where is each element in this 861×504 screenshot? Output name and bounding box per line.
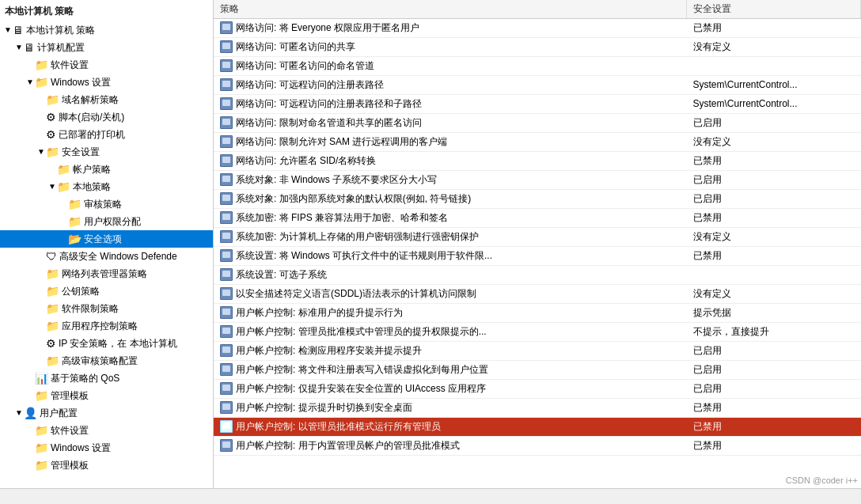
sidebar-item-security-options[interactable]: ▶📂安全选项 xyxy=(0,230,213,248)
folder-icon: 📁 xyxy=(57,180,70,194)
table-row[interactable]: 系统设置: 将 Windows 可执行文件中的证书规则用于软件限...已禁用 xyxy=(214,247,861,266)
sidebar-item-advanced-audit[interactable]: ▶📁高级审核策略配置 xyxy=(0,352,213,369)
folder-icon: 📁 xyxy=(35,458,48,472)
sidebar-item-label: 域名解析策略 xyxy=(62,93,119,107)
sidebar-item-label: 安全选项 xyxy=(84,232,122,246)
sidebar-item-public-key[interactable]: ▶📁公钥策略 xyxy=(0,282,213,300)
table-row[interactable]: 系统设置: 可选子系统 xyxy=(214,266,861,285)
sidebar-item-label: 计算机配置 xyxy=(37,40,85,55)
sidebar-item-security-settings[interactable]: ▼📁安全设置 xyxy=(0,143,213,161)
policy-name-cell: 用户帐户控制: 检测应用程序安装并提示提升 xyxy=(214,342,687,361)
policy-icon xyxy=(220,325,233,338)
policy-icon xyxy=(220,211,233,224)
policy-name-cell: 网络访问: 允许匿名 SID/名称转换 xyxy=(214,152,687,171)
sidebar-item-user-config[interactable]: ▼👤用户配置 xyxy=(0,404,213,422)
sidebar-item-computer-config[interactable]: ▼🖥计算机配置 xyxy=(0,39,213,56)
sidebar-item-root[interactable]: ▼🖥本地计算机 策略 xyxy=(0,21,213,39)
sidebar-item-domain-policy[interactable]: ▶📁域名解析策略 xyxy=(0,91,213,108)
policy-setting-cell: 已启用 xyxy=(687,380,861,399)
table-row[interactable]: 网络访问: 可远程访问的注册表路径System\CurrentControl..… xyxy=(214,76,861,95)
sidebar-item-label: 网络列表管理器策略 xyxy=(62,267,147,281)
table-row[interactable]: 用户帐户控制: 检测应用程序安装并提示提升已启用 xyxy=(214,342,861,361)
table-row[interactable]: 用户帐户控制: 将文件和注册表写入错误虚拟化到每用户位置已启用 xyxy=(214,361,861,380)
sidebar-item-printers[interactable]: ▶⚙已部署的打印机 xyxy=(0,126,213,143)
table-row[interactable]: 网络访问: 可远程访问的注册表路径和子路径System\CurrentContr… xyxy=(214,95,861,114)
sidebar-item-software-settings[interactable]: ▶📁软件设置 xyxy=(0,56,213,74)
tree-expand-arrow[interactable]: ▼ xyxy=(25,75,35,89)
table-row[interactable]: 用户帐户控制: 仅提升安装在安全位置的 UIAccess 应用程序已启用 xyxy=(214,380,861,399)
sidebar-item-account-policy[interactable]: ▶📁帐户策略 xyxy=(0,161,213,178)
sidebar-item-label: 帐户策略 xyxy=(73,162,111,176)
policy-name-cell: 用户帐户控制: 将文件和注册表写入错误虚拟化到每用户位置 xyxy=(214,361,687,380)
gear-icon: ⚙ xyxy=(46,336,56,351)
sidebar-item-windows-settings[interactable]: ▼📁Windows 设置 xyxy=(0,74,213,91)
right-policy-panel: 策略 安全设置 网络访问: 将 Everyone 权限应用于匿名用户已禁用网络访… xyxy=(214,0,861,488)
sidebar-item-ip-security[interactable]: ▶⚙IP 安全策略，在 本地计算机 xyxy=(0,335,213,352)
table-row[interactable]: 网络访问: 将 Everyone 权限应用于匿名用户已禁用 xyxy=(214,19,861,38)
table-row[interactable]: 系统加密: 为计算机上存储的用户密钥强制进行强密钥保护没有定义 xyxy=(214,228,861,247)
sidebar-item-network-list[interactable]: ▶📁网络列表管理器策略 xyxy=(0,265,213,282)
sidebar-item-label: 审核策略 xyxy=(84,197,122,211)
sidebar-item-local-policy[interactable]: ▼📁本地策略 xyxy=(0,178,213,195)
table-row[interactable]: 网络访问: 可匿名访问的共享没有定义 xyxy=(214,38,861,57)
tree-expand-arrow[interactable]: ▼ xyxy=(14,40,24,55)
sidebar-item-user-software[interactable]: ▶📁软件设置 xyxy=(0,422,213,439)
sidebar-item-scripts[interactable]: ▶⚙脚本(启动/关机) xyxy=(0,108,213,126)
sidebar-item-user-admin[interactable]: ▶📁管理模板 xyxy=(0,457,213,474)
folder-icon: 📁 xyxy=(46,301,59,316)
table-row[interactable]: 用户帐户控制: 提示提升时切换到安全桌面已禁用 xyxy=(214,399,861,418)
folder-icon: 📁 xyxy=(68,214,82,229)
table-row[interactable]: 系统加密: 将 FIPS 兼容算法用于加密、哈希和签名已禁用 xyxy=(214,209,861,228)
table-row[interactable]: 用户帐户控制: 用于内置管理员帐户的管理员批准模式已禁用 xyxy=(214,437,861,456)
policy-setting-cell xyxy=(687,266,861,285)
policy-setting-cell: 已启用 xyxy=(687,171,861,190)
policy-setting-cell: 已禁用 xyxy=(687,437,861,456)
table-row[interactable]: 用户帐户控制: 以管理员批准模式运行所有管理员已禁用 xyxy=(214,418,861,437)
sidebar-item-qos[interactable]: ▶📊基于策略的 QoS xyxy=(0,369,213,387)
table-row[interactable]: 以安全描述符定义语言(SDDL)语法表示的计算机访问限制没有定义 xyxy=(214,285,861,304)
left-tree-panel[interactable]: 本地计算机 策略 ▼🖥本地计算机 策略 ▼🖥计算机配置 ▶📁软件设置 ▼📁Win… xyxy=(0,0,214,488)
table-row[interactable]: 网络访问: 允许匿名 SID/名称转换已禁用 xyxy=(214,152,861,171)
sidebar-item-applocker[interactable]: ▶📁应用程序控制策略 xyxy=(0,317,213,335)
policy-icon xyxy=(220,363,233,376)
policy-name-cell: 系统加密: 将 FIPS 兼容算法用于加密、哈希和签名 xyxy=(214,209,687,228)
table-row[interactable]: 用户帐户控制: 标准用户的提升提示行为提示凭据 xyxy=(214,304,861,323)
policy-setting-cell: 已启用 xyxy=(687,361,861,380)
sidebar-item-advanced-security[interactable]: ▶🛡高级安全 Windows Defende xyxy=(0,248,213,265)
policy-name-cell: 用户帐户控制: 标准用户的提升提示行为 xyxy=(214,304,687,323)
policy-name-cell: 用户帐户控制: 以管理员批准模式运行所有管理员 xyxy=(214,418,687,437)
tree-expand-arrow[interactable]: ▼ xyxy=(47,180,57,194)
table-row[interactable]: 网络访问: 限制允许对 SAM 进行远程调用的客户端没有定义 xyxy=(214,133,861,152)
table-row[interactable]: 网络访问: 可匿名访问的命名管道 xyxy=(214,57,861,76)
table-row[interactable]: 系统对象: 非 Windows 子系统不要求区分大小写已启用 xyxy=(214,171,861,190)
tree-expand-arrow[interactable]: ▼ xyxy=(3,23,13,37)
tree-expand-arrow[interactable]: ▼ xyxy=(14,406,24,420)
policy-name-cell: 系统对象: 非 Windows 子系统不要求区分大小写 xyxy=(214,171,687,190)
sidebar-item-label: 软件设置 xyxy=(51,423,89,438)
table-row[interactable]: 系统对象: 加强内部系统对象的默认权限(例如, 符号链接)已启用 xyxy=(214,190,861,209)
table-row[interactable]: 网络访问: 限制对命名管道和共享的匿名访问已启用 xyxy=(214,114,861,133)
computer-icon: 🖥 xyxy=(24,40,35,55)
tree-expand-arrow[interactable]: ▼ xyxy=(36,145,46,159)
folder-icon: 📁 xyxy=(35,423,48,438)
policy-icon xyxy=(220,21,233,34)
computer-icon: 🖥 xyxy=(13,23,24,37)
sidebar-item-user-rights[interactable]: ▶📁用户权限分配 xyxy=(0,213,213,230)
policy-icon xyxy=(220,268,233,281)
folder-icon: 📁 xyxy=(46,145,59,159)
col-policy: 策略 xyxy=(214,0,687,19)
sidebar-item-user-windows[interactable]: ▶📁Windows 设置 xyxy=(0,439,213,457)
folder-icon: 📁 xyxy=(46,354,59,368)
sidebar-item-label: 脚本(启动/关机) xyxy=(59,110,124,124)
policy-setting-cell: 已启用 xyxy=(687,342,861,361)
sidebar-item-audit-policy[interactable]: ▶📁审核策略 xyxy=(0,195,213,213)
policy-icon xyxy=(220,135,233,148)
chart-icon: 📊 xyxy=(35,371,48,385)
folder-icon: 📁 xyxy=(35,441,48,455)
sidebar-item-admin-templates[interactable]: ▶📁管理模板 xyxy=(0,387,213,404)
policy-icon xyxy=(220,287,233,300)
table-row[interactable]: 用户帐户控制: 管理员批准模式中管理员的提升权限提示的...不提示，直接提升 xyxy=(214,323,861,342)
policy-setting-cell: 已禁用 xyxy=(687,19,861,38)
sidebar-item-software-restrict[interactable]: ▶📁软件限制策略 xyxy=(0,300,213,317)
policy-icon xyxy=(220,116,233,129)
